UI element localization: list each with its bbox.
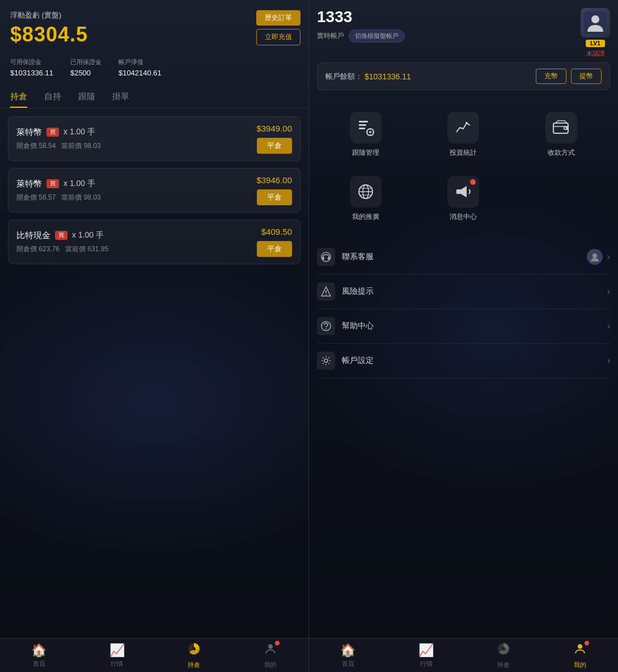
used-margin: 已用保證金 $2500 bbox=[70, 58, 101, 78]
customer-service-avatar bbox=[587, 249, 603, 265]
menu-label-invest-stats: 投資統計 bbox=[450, 148, 477, 158]
close-btn-2[interactable]: 平倉 bbox=[257, 189, 292, 205]
tabs-row: 持倉 自持 跟隨 掛單 bbox=[0, 86, 308, 108]
menu-item-follow-mgmt[interactable]: 跟隨管理 bbox=[317, 103, 414, 167]
deposit-coin-button[interactable]: 充幣 bbox=[536, 69, 566, 84]
net-value-value: $1042140.61 bbox=[118, 69, 162, 77]
list-item-help-label: 幫助中心 bbox=[342, 321, 607, 331]
table-row: 比特現金 買 x 1.00 手 開倉價 623.76 當前價 631.95 $4… bbox=[8, 219, 300, 264]
list-item-risk[interactable]: 風險提示 › bbox=[317, 274, 610, 309]
svg-point-1 bbox=[192, 647, 196, 650]
svg-rect-7 bbox=[359, 128, 365, 129]
tab-positions[interactable]: 持倉 bbox=[10, 86, 27, 108]
avatar bbox=[581, 8, 610, 37]
left-nav-positions[interactable]: 持倉 bbox=[187, 642, 201, 669]
positions-icon bbox=[187, 642, 201, 659]
close-btn-3[interactable]: 平倉 bbox=[257, 241, 292, 257]
svg-point-34 bbox=[324, 359, 328, 362]
account-type-label: 實時帳戶 bbox=[317, 31, 344, 41]
pos-pnl-2: $3946.00 bbox=[256, 175, 292, 185]
positions-list: 萊特幣 買 x 1.00 手 開倉價 58.54 當前價 98.03 $3949… bbox=[0, 108, 308, 638]
pos-badge-1: 買 bbox=[46, 128, 59, 137]
tab-self[interactable]: 自持 bbox=[44, 86, 61, 108]
right-nav-market-label: 行情 bbox=[420, 660, 433, 668]
list-item-settings[interactable]: 帳戶設定 › bbox=[317, 344, 610, 378]
svg-point-17 bbox=[564, 128, 566, 129]
list-items: 聯系客服 › bbox=[309, 240, 618, 378]
pos-qty-3: x 1.00 手 bbox=[72, 230, 104, 240]
balance-value: $1031336.11 bbox=[365, 72, 411, 81]
used-margin-value: $2500 bbox=[70, 69, 91, 77]
right-home-icon: 🏠 bbox=[340, 643, 355, 658]
available-margin: 可用保證金 $1031336.11 bbox=[10, 58, 53, 78]
svg-point-14 bbox=[465, 122, 468, 124]
withdraw-button[interactable]: 提幣 bbox=[571, 69, 602, 84]
svg-point-33 bbox=[325, 328, 327, 329]
pos-pnl-3: $409.50 bbox=[261, 227, 292, 236]
menu-label-payment: 收款方式 bbox=[548, 148, 575, 158]
close-btn-1[interactable]: 平倉 bbox=[257, 138, 292, 154]
floating-label: 浮動盈虧 (實盤) bbox=[10, 10, 298, 20]
tab-follow[interactable]: 跟隨 bbox=[78, 86, 95, 108]
history-button[interactable]: 歷史訂單 bbox=[256, 10, 300, 26]
left-nav-mine[interactable]: 我的 bbox=[264, 642, 277, 669]
pos-sub-2: 開倉價 58.57 當前價 98.03 bbox=[16, 193, 101, 202]
header-buttons: 歷史訂單 立即充值 bbox=[256, 10, 300, 45]
pos-badge-3: 買 bbox=[55, 231, 67, 240]
list-item-customer-service-label: 聯系客服 bbox=[342, 252, 587, 262]
menu-item-invest-stats[interactable]: 投資統計 bbox=[414, 103, 512, 167]
menu-item-promotion[interactable]: 我的推廣 bbox=[317, 167, 414, 231]
svg-point-4 bbox=[591, 15, 599, 23]
svg-rect-27 bbox=[328, 257, 330, 260]
list-item-customer-service[interactable]: 聯系客服 › bbox=[317, 240, 610, 274]
svg-rect-5 bbox=[359, 121, 368, 122]
chevron-right-icon-3: › bbox=[607, 321, 610, 331]
table-row: 萊特幣 買 x 1.00 手 開倉價 58.57 當前價 98.03 $3946… bbox=[8, 168, 300, 213]
right-header: 1333 實時帳戶 切換模擬盤帳戶 LV1 未認證 bbox=[309, 0, 618, 62]
left-nav-market[interactable]: 📈 行情 bbox=[109, 643, 125, 668]
left-nav-mine-label: 我的 bbox=[264, 661, 277, 669]
table-row: 萊特幣 買 x 1.00 手 開倉價 58.54 當前價 98.03 $3949… bbox=[8, 116, 300, 161]
mine-icon bbox=[264, 642, 277, 659]
right-nav-home-label: 首頁 bbox=[342, 660, 354, 668]
left-nav-market-label: 行情 bbox=[111, 660, 123, 668]
right-positions-icon bbox=[497, 642, 510, 659]
chevron-right-icon-4: › bbox=[607, 356, 610, 366]
menu-label-follow-mgmt: 跟隨管理 bbox=[352, 148, 379, 158]
right-bottom-nav: 🏠 首頁 📈 行情 持倉 bbox=[309, 638, 618, 672]
svg-rect-24 bbox=[456, 189, 461, 194]
svg-point-28 bbox=[592, 253, 597, 258]
svg-point-36 bbox=[502, 647, 505, 650]
deposit-button[interactable]: 立即充值 bbox=[256, 29, 300, 45]
pos-sub-3: 開倉價 623.76 當前價 631.95 bbox=[16, 244, 108, 254]
switch-account-button[interactable]: 切換模擬盤帳戶 bbox=[349, 29, 405, 43]
available-margin-value: $1031336.11 bbox=[10, 69, 53, 77]
chevron-right-icon: › bbox=[607, 252, 610, 262]
left-nav-home[interactable]: 🏠 首頁 bbox=[31, 643, 46, 668]
right-nav-positions[interactable]: 持倉 bbox=[497, 642, 510, 669]
menu-item-payment[interactable]: 收款方式 bbox=[513, 103, 610, 167]
right-nav-home[interactable]: 🏠 首頁 bbox=[340, 643, 355, 668]
left-nav-positions-label: 持倉 bbox=[188, 661, 200, 669]
chevron-right-icon-2: › bbox=[607, 286, 610, 297]
left-panel: 浮動盈虧 (實盤) $8304.5 歷史訂單 立即充值 可用保證金 $10313… bbox=[0, 0, 309, 672]
pos-qty-1: x 1.00 手 bbox=[64, 127, 95, 137]
net-value-label: 帳戶淨值 bbox=[118, 58, 162, 66]
unverified-label: 未認證 bbox=[586, 49, 605, 58]
pos-name-3: 比特現金 bbox=[16, 230, 50, 241]
pos-name-1: 萊特幣 bbox=[16, 127, 42, 138]
list-item-help[interactable]: 幫助中心 › bbox=[317, 309, 610, 344]
left-bottom-nav: 🏠 首頁 📈 行情 持倉 bbox=[0, 638, 308, 672]
tab-pending[interactable]: 掛單 bbox=[112, 86, 129, 108]
right-nav-mine-label: 我的 bbox=[574, 661, 586, 669]
right-nav-market[interactable]: 📈 行情 bbox=[418, 643, 434, 668]
available-margin-label: 可用保證金 bbox=[10, 58, 53, 66]
right-panel: 1333 實時帳戶 切換模擬盤帳戶 LV1 未認證 bbox=[309, 0, 618, 672]
floating-value: $8304.5 bbox=[10, 23, 298, 47]
right-nav-mine[interactable]: 我的 bbox=[573, 642, 587, 669]
menu-label-promotion: 我的推廣 bbox=[352, 212, 379, 222]
right-mine-icon bbox=[573, 642, 587, 659]
svg-rect-26 bbox=[322, 257, 324, 260]
menu-item-messages[interactable]: 消息中心 bbox=[414, 167, 512, 231]
list-item-settings-label: 帳戶設定 bbox=[342, 356, 607, 366]
